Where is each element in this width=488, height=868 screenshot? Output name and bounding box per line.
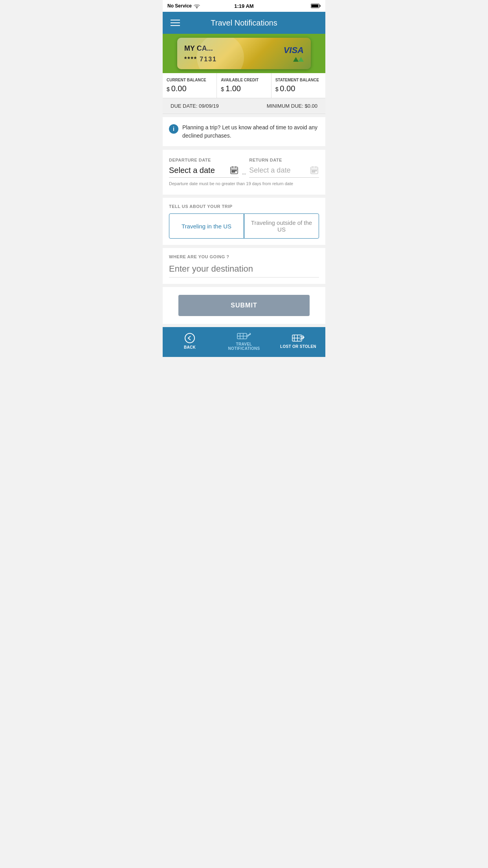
destination-input[interactable]: [169, 264, 319, 278]
submit-area: SUBMIT: [163, 287, 325, 324]
svg-rect-18: [314, 170, 315, 171]
app-header: Travel Notifications: [163, 12, 325, 34]
current-balance-value: $ 0.00: [167, 84, 213, 93]
status-right: [311, 4, 321, 8]
submit-button[interactable]: SUBMIT: [178, 295, 310, 316]
nav-back[interactable]: BACK: [163, 333, 217, 349]
lost-icon: [292, 333, 305, 343]
svg-rect-2: [320, 5, 321, 7]
return-calendar-icon[interactable]: [310, 166, 319, 175]
departure-date-value: Select a date: [169, 166, 215, 175]
status-bar: No Service 1:19 AM: [163, 0, 325, 12]
destination-section: WHERE ARE YOU GOING ?: [163, 248, 325, 284]
svg-rect-9: [233, 170, 235, 171]
departure-date-field[interactable]: DEPARTURE DATE Select a date: [169, 158, 239, 178]
svg-rect-12: [233, 172, 235, 173]
svg-rect-19: [316, 170, 317, 171]
svg-rect-8: [232, 170, 233, 171]
svg-rect-21: [314, 172, 315, 173]
return-date-value: Select a date: [249, 166, 290, 175]
departure-date-input[interactable]: Select a date: [169, 166, 239, 178]
date-hint: Departure date must be no greater than 1…: [169, 181, 319, 187]
nav-back-label: BACK: [184, 345, 196, 349]
statement-balance-label: STATEMENT BALANCE: [275, 78, 321, 83]
return-date-field[interactable]: RETURN DATE Select a date: [249, 158, 319, 178]
carrier-text: No Service: [167, 3, 192, 9]
card-number: **** 7131: [184, 56, 217, 63]
svg-point-0: [196, 7, 197, 8]
trip-type-section: TELL US ABOUT YOUR TRIP Traveling in the…: [163, 198, 325, 245]
svg-point-22: [185, 333, 194, 343]
due-date: DUE DATE: 09/09/19: [171, 103, 219, 109]
info-message: Planning a trip? Let us know ahead of ti…: [182, 123, 319, 140]
return-date-input[interactable]: Select a date: [249, 166, 319, 178]
nav-travel-label: TRAVELNOTIFICATIONS: [228, 342, 260, 351]
nav-lost-stolen[interactable]: LOST OR STOLEN: [271, 333, 325, 349]
statement-balance-value: $ 0.00: [275, 84, 321, 93]
nav-travel-notifications[interactable]: TRAVELNOTIFICATIONS: [217, 331, 271, 351]
destination-label: WHERE ARE YOU GOING ?: [169, 254, 319, 259]
available-credit-label: AVAILABLE CREDIT: [221, 78, 267, 83]
trip-us-button[interactable]: Traveling in the US: [169, 213, 244, 239]
wifi-icon: [194, 4, 200, 8]
credit-card: MY CA... **** 7131 VISA: [177, 38, 311, 69]
svg-rect-20: [312, 172, 313, 173]
bottom-nav: BACK TRAVELNOTIFICATIONS: [163, 327, 325, 357]
departure-date-label: DEPARTURE DATE: [169, 158, 239, 162]
svg-rect-17: [312, 170, 313, 171]
card-brand: VISA: [284, 45, 304, 55]
travel-icon: [237, 331, 251, 340]
menu-button[interactable]: [169, 18, 182, 28]
trip-outside-button[interactable]: Traveling outside of the US: [244, 213, 319, 239]
svg-rect-11: [232, 172, 233, 173]
trip-buttons: Traveling in the US Traveling outside of…: [169, 213, 319, 239]
back-icon: [184, 333, 195, 344]
statement-balance: STATEMENT BALANCE $ 0.00: [272, 73, 325, 98]
battery-icon: [311, 4, 321, 8]
current-balance-label: CURRENT BALANCE: [167, 78, 213, 83]
status-left: No Service: [167, 3, 200, 9]
due-date-bar: DUE DATE: 09/09/19 MINIMUM DUE: $0.00: [163, 98, 325, 114]
minimum-due: MINIMUM DUE: $0.00: [267, 103, 317, 109]
departure-calendar-icon[interactable]: [229, 166, 239, 175]
page-title: Travel Notifications: [182, 18, 306, 28]
status-time: 1:19 AM: [234, 3, 253, 9]
info-icon: i: [169, 124, 178, 134]
trip-section-label: TELL US ABOUT YOUR TRIP: [169, 204, 319, 209]
svg-rect-10: [235, 170, 237, 171]
return-date-label: RETURN DATE: [249, 158, 319, 162]
current-balance: CURRENT BALANCE $ 0.00: [163, 73, 217, 98]
visa-logo-mountains: [293, 57, 304, 62]
card-name: MY CA...: [184, 44, 217, 53]
svg-rect-3: [312, 5, 319, 7]
available-credit: AVAILABLE CREDIT $ 1.00: [217, 73, 271, 98]
date-form-section: DEPARTURE DATE Select a date: [163, 150, 325, 195]
balance-section: CURRENT BALANCE $ 0.00 AVAILABLE CREDIT …: [163, 73, 325, 98]
date-separator: --: [239, 170, 250, 177]
nav-lost-label: LOST OR STOLEN: [280, 344, 316, 349]
available-credit-value: $ 1.00: [221, 84, 267, 93]
date-row: DEPARTURE DATE Select a date: [169, 158, 319, 178]
card-banner: MY CA... **** 7131 VISA: [163, 34, 325, 73]
info-section: i Planning a trip? Let us know ahead of …: [163, 117, 325, 147]
